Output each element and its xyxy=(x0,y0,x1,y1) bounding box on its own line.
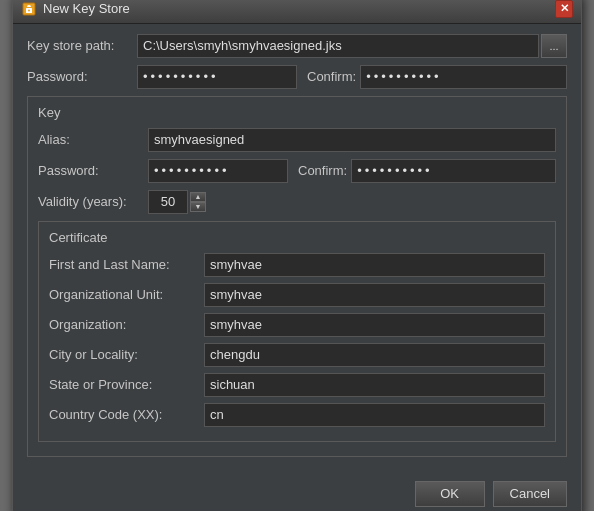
key-confirm-label: Confirm: xyxy=(298,163,347,178)
validity-row: Validity (years): ▲ ▼ xyxy=(38,190,556,214)
state-row: State or Province: xyxy=(49,373,545,397)
org-label: Organization: xyxy=(49,317,204,332)
cancel-button[interactable]: Cancel xyxy=(493,481,567,507)
keystore-confirm-label: Confirm: xyxy=(307,69,356,84)
city-row: City or Locality: xyxy=(49,343,545,367)
certificate-section-title: Certificate xyxy=(49,230,545,245)
dialog-body: Key store path: ... Password: Confirm: K… xyxy=(13,24,581,475)
key-password-row: Password: Confirm: xyxy=(38,159,556,183)
keystore-path-label: Key store path: xyxy=(27,38,137,53)
validity-spinner: ▲ ▼ xyxy=(190,192,206,212)
alias-label: Alias: xyxy=(38,132,148,147)
key-password-label: Password: xyxy=(38,163,148,178)
title-bar: New Key Store ✕ xyxy=(13,0,581,24)
keystore-password-row: Password: Confirm: xyxy=(27,65,567,89)
ok-button[interactable]: OK xyxy=(415,481,485,507)
keystore-password-label: Password: xyxy=(27,69,137,84)
browse-button[interactable]: ... xyxy=(541,34,567,58)
org-input[interactable] xyxy=(204,313,545,337)
country-input[interactable] xyxy=(204,403,545,427)
dialog-footer: OK Cancel xyxy=(13,475,581,512)
keystore-confirm-input[interactable] xyxy=(360,65,567,89)
keystore-path-row: Key store path: ... xyxy=(27,34,567,58)
city-input[interactable] xyxy=(204,343,545,367)
new-key-store-dialog: New Key Store ✕ Key store path: ... Pass… xyxy=(12,0,582,511)
validity-input[interactable] xyxy=(148,190,188,214)
svg-point-2 xyxy=(28,9,30,11)
alias-row: Alias: xyxy=(38,128,556,152)
first-last-input[interactable] xyxy=(204,253,545,277)
state-label: State or Province: xyxy=(49,377,204,392)
org-unit-label: Organizational Unit: xyxy=(49,287,204,302)
key-section: Key Alias: Password: Confirm: Validity (… xyxy=(27,96,567,457)
state-input[interactable] xyxy=(204,373,545,397)
keystore-password-input[interactable] xyxy=(137,65,297,89)
dialog-title: New Key Store xyxy=(43,1,130,16)
first-last-row: First and Last Name: xyxy=(49,253,545,277)
alias-input[interactable] xyxy=(148,128,556,152)
org-unit-input[interactable] xyxy=(204,283,545,307)
certificate-section: Certificate First and Last Name: Organiz… xyxy=(38,221,556,442)
first-last-label: First and Last Name: xyxy=(49,257,204,272)
key-confirm-input[interactable] xyxy=(351,159,556,183)
org-row: Organization: xyxy=(49,313,545,337)
dialog-icon xyxy=(21,1,37,17)
key-password-input[interactable] xyxy=(148,159,288,183)
validity-label: Validity (years): xyxy=(38,194,148,209)
country-row: Country Code (XX): xyxy=(49,403,545,427)
keystore-path-input[interactable] xyxy=(137,34,539,58)
validity-decrement-button[interactable]: ▼ xyxy=(190,202,206,212)
close-button[interactable]: ✕ xyxy=(555,0,573,18)
org-unit-row: Organizational Unit: xyxy=(49,283,545,307)
validity-increment-button[interactable]: ▲ xyxy=(190,192,206,202)
city-label: City or Locality: xyxy=(49,347,204,362)
country-label: Country Code (XX): xyxy=(49,407,204,422)
key-section-title: Key xyxy=(38,105,556,120)
